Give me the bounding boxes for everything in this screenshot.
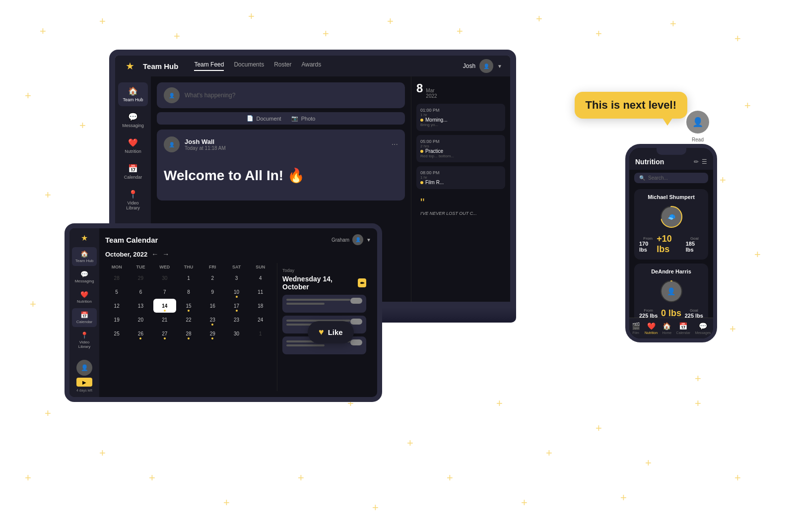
cal-cell[interactable]: 19	[105, 313, 128, 327]
post-action-photo[interactable]: 📷 Photo	[291, 115, 316, 122]
tablet-sidebar-nutrition[interactable]: ❤️ Nutrition	[72, 288, 97, 307]
cal-week-5: 25 26 27 28 29 30 1	[105, 327, 272, 340]
speech-bubble-text: This is next level!	[586, 99, 676, 111]
event3-time: 08:00 PM	[420, 170, 440, 175]
edit-icon[interactable]: ✏	[358, 278, 366, 287]
phone-nav-home[interactable]: 🏠 Home	[662, 322, 672, 334]
cal-cell[interactable]: 26	[129, 327, 152, 340]
cal-cell[interactable]: 6	[129, 285, 152, 299]
tablet-sidebar-team-hub[interactable]: 🏠 Team Hub	[72, 247, 97, 266]
cal-cell[interactable]: 17	[225, 299, 248, 313]
star-icon: ★	[126, 60, 134, 72]
tablet-sidebar-video[interactable]: 📍 Video Library	[72, 329, 97, 352]
search-placeholder: Search...	[648, 175, 668, 181]
tablet-play-button[interactable]: ▶	[76, 378, 92, 387]
cal-cell[interactable]: 21	[153, 313, 176, 327]
event-toggle-3[interactable]	[350, 339, 362, 345]
menu-icon-phone[interactable]: ☰	[702, 158, 707, 165]
event-toggle-2[interactable]	[350, 319, 362, 325]
nav-item-roster[interactable]: Roster	[274, 61, 291, 71]
tablet-calendar-icon: 📅	[80, 311, 88, 319]
cal-cell[interactable]: 7	[153, 285, 176, 299]
tablet-main: Team Calendar Graham 👤 ▼ October, 2022 ←…	[99, 228, 377, 397]
post-action-document[interactable]: 📄 Document	[247, 115, 281, 122]
cal-cell[interactable]: 4	[249, 271, 272, 285]
cal-cell[interactable]: 12	[105, 299, 128, 313]
decorative-plus-39: +	[620, 491, 627, 504]
cal-cell[interactable]: 13	[129, 299, 152, 313]
decorative-plus-36: +	[298, 471, 304, 484]
calendar-prev-btn[interactable]: ←	[151, 250, 158, 258]
decorative-plus-21: +	[407, 437, 413, 450]
athlete-1-avatar: 🧢	[662, 207, 681, 227]
tablet-sidebar-messaging[interactable]: 💬 Messaging	[72, 267, 97, 286]
cal-cell[interactable]: 29	[129, 271, 152, 285]
sidebar-item-calendar[interactable]: 📅 Calendar	[118, 160, 148, 184]
phone-nav-calendar[interactable]: 📅 Calendar	[676, 322, 690, 334]
cal-cell[interactable]: 15	[177, 299, 200, 313]
decorative-plus-32: +	[729, 323, 736, 335]
dropdown-arrow-icon[interactable]: ▼	[497, 64, 502, 69]
phone-search-bar[interactable]: 🔍 Search...	[634, 173, 708, 183]
laptop-nav: Team Feed Documents Roster Awards	[194, 61, 457, 71]
cal-cell[interactable]: 3	[225, 271, 248, 285]
post-input-area: 👤 What's happening?	[157, 82, 405, 108]
cal-cell[interactable]: 24	[249, 313, 272, 327]
cal-cell[interactable]: 20	[129, 313, 152, 327]
calendar-nav: October, 2022 ← →	[105, 250, 371, 258]
decorative-plus-6: +	[457, 25, 463, 38]
nav-item-awards[interactable]: Awards	[301, 61, 321, 71]
nav-item-team-feed[interactable]: Team Feed	[194, 61, 224, 71]
phone-nav-film[interactable]: 🎬 Film	[632, 322, 640, 334]
cal-cell[interactable]: 30	[225, 327, 248, 340]
event-toggle[interactable]	[350, 298, 362, 304]
cal-cell[interactable]: 28	[177, 327, 200, 340]
tablet-sidebar-calendar[interactable]: 📅 Calendar	[72, 308, 97, 327]
cal-cell[interactable]: 30	[153, 271, 176, 285]
cal-cell[interactable]: 8	[177, 285, 200, 299]
cal-cell[interactable]: 22	[177, 313, 200, 327]
calendar-next-btn[interactable]: →	[162, 250, 169, 258]
phone-nav-messages[interactable]: 💬 Messages	[695, 322, 711, 334]
cal-cell[interactable]: 5	[105, 285, 128, 299]
calendar-grid-wrapper: MON TUE WED THU FRI SAT SUN 28 29 30 1	[105, 263, 272, 391]
cal-cell[interactable]: 1	[249, 327, 272, 340]
sidebar-item-video-library[interactable]: 📍 Video Library	[118, 186, 148, 214]
tablet-nutrition-icon: ❤️	[80, 291, 88, 298]
cal-cell[interactable]: 10	[225, 285, 248, 299]
cal-cell[interactable]: 27	[153, 327, 176, 340]
home-icon: 🏠	[128, 86, 138, 96]
cal-cell[interactable]: 16	[201, 299, 224, 313]
cal-cell[interactable]: 11	[249, 285, 272, 299]
sidebar-item-team-hub[interactable]: 🏠 Team Hub	[118, 82, 148, 106]
decorative-plus-3: +	[248, 10, 255, 23]
phone-nav-nutrition[interactable]: ❤️ Nutrition	[645, 322, 658, 334]
decorative-plus-17: +	[45, 407, 51, 420]
nav-item-documents[interactable]: Documents	[234, 61, 264, 71]
more-options-icon[interactable]: ···	[392, 140, 398, 149]
cal-cell[interactable]: 2	[201, 271, 224, 285]
edit-icon-phone[interactable]: ✏	[694, 158, 699, 165]
cal-cell[interactable]: 18	[249, 299, 272, 313]
post-input-placeholder[interactable]: What's happening?	[185, 92, 398, 99]
cal-cell[interactable]: 23	[201, 313, 224, 327]
cal-cell[interactable]: 28	[105, 271, 128, 285]
cal-cell-today[interactable]: 14	[153, 299, 176, 313]
cal-cell[interactable]: 9	[201, 285, 224, 299]
chat-avatar: 👤	[685, 109, 711, 135]
athlete-1-stats: From 170 lbs +10 lbs Goal 185 lbs	[639, 234, 703, 255]
cal-cell[interactable]: 25	[105, 327, 128, 340]
cal-cell[interactable]: 29	[201, 327, 224, 340]
phone-content: Michael Shumpert 🧢 From 170 lbs	[629, 186, 713, 318]
sidebar-item-messaging[interactable]: 💬 Messaging	[118, 108, 148, 132]
cal-cell[interactable]: 23	[225, 313, 248, 327]
sidebar-label-messaging: Messaging	[122, 123, 144, 128]
cal-cell[interactable]: 1	[177, 271, 200, 285]
feed-post: 👤 Josh Wall Today at 11:18 AM ··· Welcom…	[157, 130, 405, 200]
event1-title: Morning...	[420, 117, 501, 123]
sidebar-item-nutrition[interactable]: ❤️ Nutrition	[118, 134, 148, 158]
cal-week-4: 19 20 21 22 23 23 24	[105, 313, 272, 327]
athlete-2-stats: From 225 lbs 0 lbs Goal 225 lbs	[639, 308, 703, 318]
like-button[interactable]: ♥ Like	[308, 321, 354, 343]
calendar-dropdown-icon[interactable]: ▼	[366, 237, 371, 243]
